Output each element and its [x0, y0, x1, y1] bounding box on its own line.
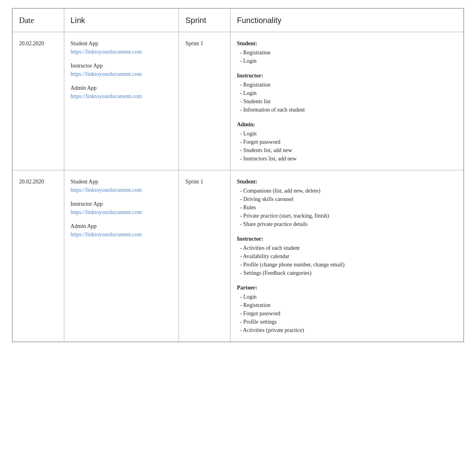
- app-group-0-1: Instructor Apphttps://linktoyourdocument…: [71, 62, 173, 78]
- data-table: Date Link Sprint Functionality 20.02.202…: [12, 8, 464, 342]
- app-link-1-1[interactable]: https://linktoyourdocument.com: [71, 208, 173, 216]
- header-link: Link: [64, 9, 179, 32]
- func-cell-0: Student:- Registration- LoginInstructor:…: [230, 32, 464, 170]
- app-link-0-1[interactable]: https://linktoyourdocument.com: [71, 70, 173, 78]
- func-item-1-2-0: - Login: [237, 293, 457, 301]
- sprint-cell-0: Sprint 1: [179, 32, 230, 170]
- func-title-1-1: Instructor:: [237, 235, 457, 243]
- func-item-0-2-0: - Login: [237, 129, 457, 138]
- func-item-1-1-3: - Settings (Feedback categories): [237, 269, 457, 277]
- main-table-wrapper: Date Link Sprint Functionality 20.02.202…: [12, 8, 464, 342]
- func-item-1-1-1: - Availability calendar: [237, 252, 457, 260]
- func-item-0-1-0: - Registration: [237, 81, 457, 89]
- table-row: 20.02.2020Student Apphttps://linktoyourd…: [13, 170, 464, 342]
- func-item-1-1-0: - Activities of each student: [237, 244, 457, 252]
- app-label-0-0: Student App: [71, 39, 173, 48]
- func-title-0-1: Instructor:: [237, 71, 457, 80]
- func-item-0-1-1: - Login: [237, 89, 457, 97]
- func-item-1-0-0: - Companions (list, add new, delete): [237, 187, 457, 195]
- func-section-0-2: Admin:- Login- Forgot password- Students…: [237, 120, 457, 163]
- app-group-1-2: Admin Apphttps://linktoyourdocument.com: [71, 222, 173, 239]
- app-link-0-0[interactable]: https://linktoyourdocument.com: [71, 48, 173, 56]
- func-item-1-2-2: - Forgot password: [237, 309, 457, 318]
- app-label-0-1: Instructor App: [71, 62, 173, 70]
- app-label-1-0: Student App: [71, 177, 173, 186]
- header-functionality: Functionality: [230, 9, 464, 32]
- table-row: 20.02.2020Student Apphttps://linktoyourd…: [13, 32, 464, 170]
- func-item-1-2-4: - Activities (private practice): [237, 326, 457, 334]
- func-item-1-1-2: - Profile (change phone number, change e…: [237, 260, 457, 269]
- func-section-1-0: Student:- Companions (list, add new, del…: [237, 177, 457, 228]
- app-link-1-2[interactable]: https://linktoyourdocument.com: [71, 230, 173, 239]
- func-section-1-2: Partner:- Login- Registration- Forgot pa…: [237, 284, 457, 334]
- func-title-1-2: Partner:: [237, 284, 457, 292]
- link-cell-0: Student Apphttps://linktoyourdocument.co…: [64, 32, 179, 170]
- func-item-0-0-1: - Login: [237, 57, 457, 65]
- func-cell-1: Student:- Companions (list, add new, del…: [230, 170, 464, 342]
- func-item-0-0-0: - Registration: [237, 48, 457, 57]
- func-item-1-0-2: - Rules: [237, 203, 457, 212]
- app-group-0-2: Admin Apphttps://linktoyourdocument.com: [71, 84, 173, 100]
- func-item-1-0-3: - Private practice (start, tracking, fin…: [237, 212, 457, 220]
- app-group-1-1: Instructor Apphttps://linktoyourdocument…: [71, 200, 173, 216]
- header-sprint: Sprint: [179, 9, 230, 32]
- func-item-1-0-1: - Driving skills carousel: [237, 195, 457, 203]
- func-item-1-0-4: - Share private practice details: [237, 220, 457, 228]
- func-item-0-1-2: - Students list: [237, 97, 457, 106]
- func-section-1-1: Instructor:- Activities of each student-…: [237, 235, 457, 277]
- app-label-1-2: Admin App: [71, 222, 173, 230]
- app-label-1-1: Instructor App: [71, 200, 173, 208]
- header-date: Date: [13, 9, 64, 32]
- sprint-cell-1: Sprint 1: [179, 170, 230, 342]
- func-title-0-0: Student:: [237, 39, 457, 48]
- app-group-0-0: Student Apphttps://linktoyourdocument.co…: [71, 39, 173, 56]
- func-section-0-0: Student:- Registration- Login: [237, 39, 457, 65]
- func-item-0-1-3: - Information of each student: [237, 106, 457, 114]
- func-section-0-1: Instructor:- Registration- Login- Studen…: [237, 71, 457, 114]
- link-cell-1: Student Apphttps://linktoyourdocument.co…: [64, 170, 179, 342]
- app-link-0-2[interactable]: https://linktoyourdocument.com: [71, 92, 173, 100]
- func-item-1-2-3: - Profile settings: [237, 318, 457, 326]
- app-label-0-2: Admin App: [71, 84, 173, 92]
- func-title-0-2: Admin:: [237, 120, 457, 129]
- table-header-row: Date Link Sprint Functionality: [13, 9, 464, 32]
- func-item-1-2-1: - Registration: [237, 301, 457, 309]
- app-group-1-0: Student Apphttps://linktoyourdocument.co…: [71, 177, 173, 194]
- date-cell-1: 20.02.2020: [13, 170, 64, 342]
- date-cell-0: 20.02.2020: [13, 32, 64, 170]
- func-item-0-2-1: - Forgot password: [237, 138, 457, 146]
- func-item-0-2-3: - Instructors list, add new: [237, 154, 457, 163]
- func-title-1-0: Student:: [237, 177, 457, 186]
- func-item-0-2-2: - Students list, add new: [237, 146, 457, 154]
- app-link-1-0[interactable]: https://linktoyourdocument.com: [71, 186, 173, 194]
